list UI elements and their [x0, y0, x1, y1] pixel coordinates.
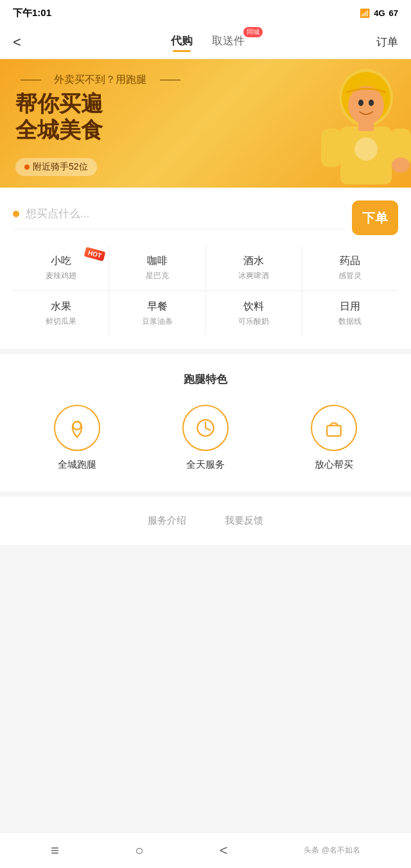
category-item-5[interactable]: 早餐豆浆油条 — [109, 291, 205, 336]
category-name: 咖啡 — [114, 254, 200, 268]
category-name: 饮料 — [211, 300, 297, 314]
category-item-3[interactable]: 药品感冒灵 — [302, 245, 398, 290]
category-item-2[interactable]: 酒水冰爽啤酒 — [206, 245, 302, 290]
home-button[interactable]: ○ — [135, 842, 143, 859]
category-name: 日用 — [308, 300, 393, 314]
location-dot-icon — [24, 164, 30, 170]
category-name: 酒水 — [211, 254, 297, 268]
category-sub: 星巴克 — [114, 270, 200, 281]
bottom-link-1[interactable]: 我要反馈 — [225, 515, 263, 527]
user-label: 头条 — [304, 845, 319, 856]
features-grid: 全城跑腿 全天服务 放心帮买 — [13, 405, 398, 471]
feature-label: 放心帮买 — [315, 459, 353, 471]
top-nav: < 代购 取送件 同城 订单 — [0, 26, 411, 59]
feature-item-0[interactable]: 全城跑腿 — [54, 405, 100, 471]
category-sub: 感冒灵 — [308, 270, 393, 281]
category-name: 药品 — [308, 254, 393, 268]
category-name: 水果 — [18, 300, 103, 314]
banner-subtitle: —— 外卖买不到？用跑腿 —— — [15, 73, 186, 87]
battery-level: 67 — [389, 8, 398, 18]
svg-point-6 — [354, 137, 378, 161]
category-sub: 数据线 — [308, 316, 393, 327]
order-link[interactable]: 订单 — [376, 35, 398, 49]
status-time: 下午1:01 — [13, 7, 51, 19]
search-input-area[interactable]: 想买点什么... — [13, 206, 345, 229]
category-item-0[interactable]: HOT小吃麦辣鸡翅 — [13, 245, 109, 290]
tab-daigou[interactable]: 代购 — [171, 33, 193, 51]
svg-rect-13 — [327, 425, 341, 436]
category-sub: 鲜切瓜果 — [18, 316, 103, 327]
svg-rect-10 — [358, 122, 374, 131]
username: @名不如名 — [322, 845, 360, 856]
search-section: 想买点什么... 下单 HOT小吃麦辣鸡翅咖啡星巴克酒水冰爽啤酒药品感冒灵水果鲜… — [0, 188, 411, 349]
category-item-1[interactable]: 咖啡星巴克 — [109, 245, 205, 290]
svg-point-3 — [358, 100, 363, 106]
back-button[interactable]: < — [13, 34, 39, 51]
banner-title: 帮你买遍 全城美食 — [15, 91, 186, 143]
bag-icon — [311, 405, 357, 451]
status-bar: 下午1:01 📶 4G 67 — [0, 0, 411, 26]
user-info: 头条 @名不如名 — [304, 845, 360, 856]
status-icons: 📶 4G 67 — [360, 8, 398, 18]
banner: —— 外卖买不到？用跑腿 —— 帮你买遍 全城美食 附近骑手52位 — [0, 59, 411, 188]
svg-point-9 — [392, 157, 410, 173]
search-dot-icon — [13, 211, 19, 217]
category-sub: 可乐酸奶 — [211, 316, 297, 327]
banner-text: —— 外卖买不到？用跑腿 —— 帮你买遍 全城美食 — [15, 73, 186, 143]
nav-tabs: 代购 取送件 同城 — [171, 33, 245, 51]
features-title: 跑腿特色 — [13, 372, 398, 387]
signal-icon: 📶 — [360, 8, 370, 18]
category-item-6[interactable]: 饮料可乐酸奶 — [206, 291, 302, 336]
network-type: 4G — [374, 8, 385, 18]
search-box: 想买点什么... 下单 — [13, 200, 398, 235]
category-sub: 豆浆油条 — [114, 316, 200, 327]
category-name: 早餐 — [114, 300, 200, 314]
clock-icon — [182, 405, 229, 451]
svg-point-2 — [348, 86, 384, 125]
features-section: 跑腿特色 全城跑腿 全天服务 放心帮买 — [0, 354, 411, 492]
banner-nearby: 附近骑手52位 — [15, 158, 97, 176]
category-item-4[interactable]: 水果鲜切瓜果 — [13, 291, 109, 336]
order-button[interactable]: 下单 — [352, 200, 398, 235]
feature-item-1[interactable]: 全天服务 — [182, 405, 229, 471]
feature-item-2[interactable]: 放心帮买 — [311, 405, 357, 471]
svg-point-4 — [369, 100, 374, 106]
back-nav-button[interactable]: < — [220, 842, 228, 859]
tab-qusongjian-label: 取送件 同城 — [212, 33, 245, 48]
tab-qusongjian[interactable]: 取送件 同城 — [212, 33, 245, 51]
category-sub: 麦辣鸡翅 — [18, 270, 103, 281]
category-sub: 冰爽啤酒 — [211, 270, 297, 281]
bottom-nav: ≡ ○ < 头条 @名不如名 — [0, 832, 411, 868]
feature-label: 全天服务 — [186, 459, 225, 471]
svg-rect-7 — [321, 128, 342, 167]
location-icon — [54, 405, 100, 451]
category-grid: HOT小吃麦辣鸡翅咖啡星巴克酒水冰爽啤酒药品感冒灵水果鲜切瓜果早餐豆浆油条饮料可… — [13, 245, 398, 336]
bottom-link-0[interactable]: 服务介绍 — [148, 515, 186, 527]
bottom-links: 服务介绍我要反馈 — [0, 497, 411, 545]
tongcheng-badge: 同城 — [243, 27, 263, 37]
feature-label: 全城跑腿 — [58, 459, 96, 471]
search-input[interactable]: 想买点什么... — [26, 206, 345, 221]
category-item-7[interactable]: 日用数据线 — [302, 291, 398, 336]
banner-person-illustration — [244, 59, 411, 188]
menu-button[interactable]: ≡ — [51, 842, 59, 859]
